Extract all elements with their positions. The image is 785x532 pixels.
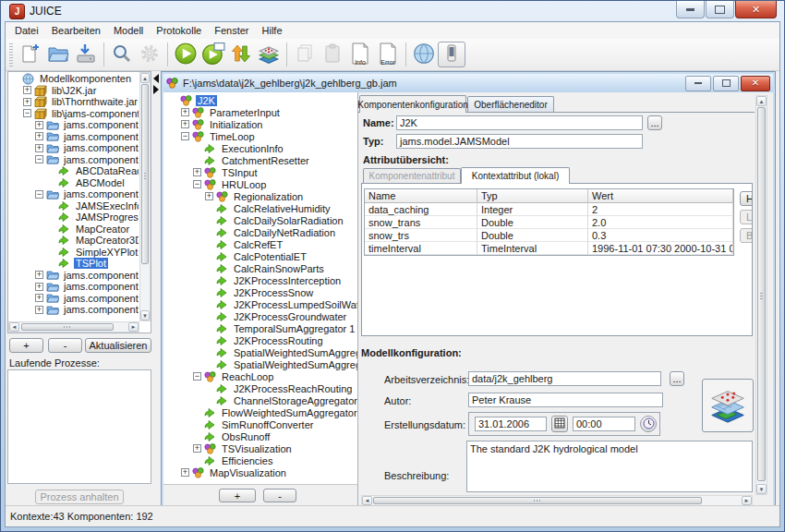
- collapse-icon[interactable]: −: [193, 372, 201, 381]
- tree-node[interactable]: MapCreator: [9, 224, 139, 236]
- tree-node[interactable]: ChannelStorageAggregator: [167, 394, 357, 406]
- tree-node[interactable]: MapCreator3D: [9, 235, 139, 247]
- tree-node[interactable]: SpatialWeightedSumAggregator 2: [167, 358, 357, 370]
- tree-node[interactable]: J2KProcessRouting: [167, 334, 357, 346]
- tree-node[interactable]: ExecutionInfo: [167, 142, 357, 154]
- expand-icon[interactable]: +: [23, 86, 31, 94]
- expand-icon[interactable]: +: [35, 294, 43, 302]
- tree-node[interactable]: CatchmentResetter: [167, 154, 357, 166]
- splitter-collapse-left-icon[interactable]: [153, 74, 159, 83]
- paste-button[interactable]: [319, 41, 346, 68]
- tree-node[interactable]: ObsRunoff: [167, 430, 357, 442]
- components-tree-hscrollbar[interactable]: ◄ ►: [8, 321, 139, 332]
- attr-table[interactable]: NameTypWert data_cachingInteger2snow_tra…: [364, 188, 734, 256]
- tree-node[interactable]: JAMSExecInfo: [9, 200, 139, 212]
- tree-node[interactable]: +jams.components.condit: [9, 131, 139, 143]
- author-field[interactable]: Peter Krause: [468, 393, 663, 407]
- tree-node[interactable]: SimpleXYPlot: [9, 247, 139, 259]
- tab-kontextattribut[interactable]: Kontextattribut (lokal): [461, 167, 570, 184]
- tree-node[interactable]: SimRunoffConverter: [167, 418, 357, 430]
- tree-node[interactable]: J2KProcessLumpedSoilWater: [167, 298, 357, 310]
- new-model-button[interactable]: [17, 41, 44, 68]
- expand-icon[interactable]: +: [181, 468, 189, 477]
- save-model-button[interactable]: [72, 41, 100, 68]
- tree-node[interactable]: −lib\jams-components.jar: [9, 108, 139, 120]
- expand-icon[interactable]: +: [181, 120, 189, 128]
- toolbar-drag-handle[interactable]: [9, 42, 13, 66]
- tree-node[interactable]: J2KProcessGroundwater: [167, 310, 357, 322]
- tree-node[interactable]: ABCDataReader: [9, 165, 139, 177]
- tab-komponentenkonfiguration[interactable]: Komponentenkonfiguration: [359, 95, 466, 113]
- components-tree[interactable]: Modellkomponenten+lib\J2K.jar+lib\Thornt…: [9, 73, 139, 320]
- scroll-left-icon[interactable]: ◄: [362, 496, 372, 505]
- hinzufuegen-button[interactable]: Hi: [740, 191, 753, 206]
- run-model-window-button[interactable]: [199, 41, 227, 68]
- scrollbar-thumb[interactable]: [757, 107, 766, 481]
- component-add-button[interactable]: +: [9, 338, 43, 353]
- tree-node[interactable]: −jams.components.demo.: [9, 154, 139, 166]
- tree-node[interactable]: +Initialization: [167, 118, 357, 130]
- tree-node[interactable]: +lib\Thornthwaite.jar: [9, 96, 139, 108]
- table-row[interactable]: snow_transDouble2.0: [365, 216, 733, 229]
- typ-field[interactable]: jams.model.JAMSModel: [396, 134, 643, 149]
- menu-item-bearbeiten[interactable]: Bearbeiten: [45, 24, 107, 37]
- copy-button[interactable]: [291, 41, 319, 68]
- settings-button[interactable]: [136, 41, 163, 68]
- expand-icon[interactable]: +: [205, 192, 213, 200]
- workdir-field[interactable]: data/j2k_gehlberg: [468, 371, 661, 386]
- tree-node[interactable]: CalcPotentialET: [167, 250, 357, 262]
- tree-node[interactable]: +Regionalization: [167, 190, 357, 202]
- tree-node[interactable]: CalcRainSnowParts: [167, 262, 357, 274]
- table-header-cell[interactable]: Wert: [588, 189, 733, 203]
- component-remove-button[interactable]: -: [48, 338, 82, 353]
- bearbeiten-button[interactable]: Be: [740, 228, 753, 243]
- tree-node[interactable]: −TimeLoop: [167, 130, 357, 142]
- collapse-icon[interactable]: −: [181, 132, 189, 140]
- open-model-button[interactable]: [44, 41, 72, 68]
- loeschen-button[interactable]: L: [740, 210, 753, 224]
- tree-node[interactable]: Modellkomponenten: [9, 73, 139, 85]
- tree-node[interactable]: J2KProcessReachRouting: [167, 382, 357, 394]
- tree-node[interactable]: J2K: [167, 94, 357, 106]
- menu-item-datei[interactable]: Datei: [8, 24, 45, 37]
- tree-node[interactable]: +MapVisualization: [167, 466, 357, 478]
- tree-node[interactable]: CalcRefET: [167, 238, 357, 250]
- device-button[interactable]: [438, 42, 465, 67]
- model-image-button[interactable]: [702, 379, 754, 432]
- tree-node[interactable]: TemporalSumAggregator 1: [167, 322, 357, 334]
- tab-komponentenattribut[interactable]: Komponentenattribut: [363, 168, 461, 183]
- menu-item-hilfe[interactable]: Hilfe: [256, 24, 289, 37]
- tree-node[interactable]: +jams.components.debug: [9, 142, 139, 154]
- calendar-button[interactable]: [551, 416, 568, 432]
- model-remove-button[interactable]: -: [263, 489, 296, 502]
- frame-minimize-button[interactable]: [685, 76, 711, 91]
- config-vscrollbar[interactable]: ▲ ▼: [755, 95, 767, 495]
- search-button[interactable]: [108, 41, 136, 68]
- tree-node[interactable]: +TSInput: [167, 166, 357, 178]
- table-row[interactable]: timeIntervalTimeInterval1996-11-01 07:30…: [365, 242, 733, 255]
- attr-table-header[interactable]: NameTypWert: [365, 189, 733, 203]
- scrollbar-thumb[interactable]: [373, 497, 702, 504]
- error-log-button[interactable]: Error: [374, 41, 402, 68]
- expand-icon[interactable]: +: [35, 121, 43, 129]
- menu-item-modell[interactable]: Modell: [107, 24, 150, 37]
- expand-icon[interactable]: +: [181, 108, 189, 116]
- collapse-icon[interactable]: −: [23, 109, 31, 117]
- model-exchange-button[interactable]: [227, 41, 255, 68]
- table-header-cell[interactable]: Name: [365, 189, 477, 203]
- web-button[interactable]: [410, 41, 438, 68]
- tree-node[interactable]: +jams.components.aggre: [9, 119, 139, 131]
- model-add-button[interactable]: +: [219, 489, 256, 502]
- tree-node[interactable]: Efficiencies: [167, 454, 357, 466]
- tree-node[interactable]: +jams.components.optimi: [9, 304, 139, 316]
- name-field[interactable]: J2K: [396, 115, 643, 130]
- expand-icon[interactable]: +: [23, 98, 31, 106]
- name-browse-button[interactable]: ...: [647, 115, 662, 130]
- window-titlebar[interactable]: J JUICE ✕: [1, 1, 784, 21]
- tree-node[interactable]: CalcDailyNetRadiation: [167, 226, 357, 238]
- expand-icon[interactable]: +: [35, 144, 43, 152]
- scroll-right-icon[interactable]: ►: [128, 322, 139, 332]
- expand-icon[interactable]: +: [193, 168, 201, 176]
- tree-node[interactable]: CalcDailySolarRadiation: [167, 214, 357, 226]
- components-tree-vscrollbar[interactable]: ▲ ▼: [139, 72, 151, 321]
